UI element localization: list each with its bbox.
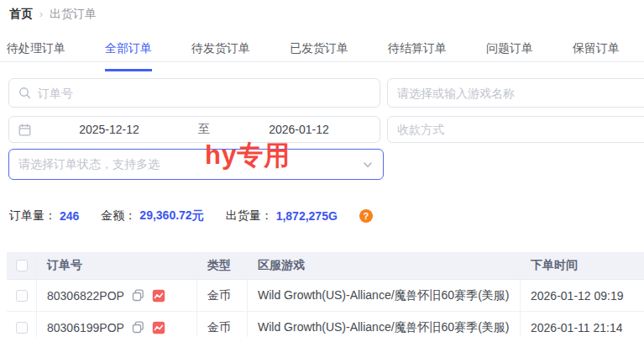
table-body: 80306822POP 金币 Wild Growth(US)-Alliance/… [7,280,644,337]
payment-method-input[interactable] [397,123,644,136]
table-row: 80306199POP 金币 Wild Growth(US)-Alliance/… [7,312,644,337]
order-count-value: 246 [60,209,79,223]
copy-icon[interactable] [132,289,144,302]
price-trend-icon[interactable] [152,289,165,303]
order-no-text: 80306822POP [47,289,124,303]
row-select-cell [7,280,37,312]
order-count-label: 订单量： [9,208,56,224]
order-number-input[interactable] [38,87,370,100]
tab-shipped-orders[interactable]: 已发货订单 [290,41,348,71]
copy-icon[interactable] [132,321,144,334]
order-no-text: 80306199POP [47,321,124,334]
shipment-volume-value: 1,872,275G [276,209,338,223]
breadcrumb-home-link[interactable]: 首页 [9,7,33,22]
tab-pending-orders[interactable]: 待处理订单 [7,41,65,71]
breadcrumb: 首页 › 出货订单 [9,7,97,22]
game-name-select-field[interactable] [387,78,644,108]
amount-value: 29,360.72元 [139,208,203,224]
orders-table: 订单号 类型 区服游戏 下单时间 80306822POP 金币 Wild Gro… [7,252,644,337]
select-all-cell [7,252,37,280]
tab-to-settle-orders[interactable]: 待结算订单 [388,41,447,71]
tab-held-orders[interactable]: 保留订单 [573,41,620,71]
type-cell: 金币 [197,312,248,337]
order-count-stat: 订单量： 246 [9,208,79,224]
order-status-tabs: 待处理订单 全部订单 待发货订单 已发货订单 待结算订单 问题订单 保留订单 [7,41,644,71]
header-time: 下单时间 [521,252,644,280]
header-game: 区服游戏 [248,252,521,280]
header-type: 类型 [197,252,248,280]
date-range-end[interactable]: 2026-01-12 [228,123,370,136]
shipment-volume-stat: 出货量： 1,872,275G [226,208,338,224]
breadcrumb-separator-icon: › [39,8,43,20]
game-name-input[interactable] [397,87,644,100]
tab-all-orders[interactable]: 全部订单 [105,41,152,71]
breadcrumb-current: 出货订单 [50,7,97,22]
order-number-search-field[interactable] [8,78,380,108]
row-checkbox[interactable] [16,322,28,334]
time-cell: 2026-01-12 09:19 [521,280,644,312]
shipping-orders-page: 首页 › 出货订单 待处理订单 全部订单 待发货订单 已发货订单 待结算订单 问… [0,0,644,337]
amount-label: 金额： [101,208,136,224]
help-question-icon[interactable]: ? [359,209,373,223]
order-no-cell: 80306199POP [37,312,197,337]
order-status-multiselect[interactable]: 请选择订单状态，支持多选 [8,149,384,180]
table-header-row: 订单号 类型 区服游戏 下单时间 [7,252,644,280]
summary-stats-bar: 订单量： 246 金额： 29,360.72元 出货量： 1,872,275G … [9,208,373,224]
game-cell: Wild Growth(US)-Alliance/魔兽怀旧60赛季(美服) [248,312,521,337]
price-trend-icon[interactable] [152,321,165,334]
select-all-checkbox[interactable] [16,260,28,271]
payment-method-select-field[interactable] [387,116,644,143]
time-cell: 2026-01-11 21:14 [521,312,644,337]
tab-problem-orders[interactable]: 问题订单 [486,41,533,71]
hy-annotation-text: hy专用 [205,138,291,173]
chevron-down-icon [362,159,374,171]
row-select-cell [7,312,37,337]
order-no-cell: 80306822POP [37,280,197,312]
type-cell: 金币 [197,280,248,312]
tabs-divider [0,61,644,62]
amount-stat: 金额： 29,360.72元 [101,208,203,224]
shipment-volume-label: 出货量： [226,208,273,224]
date-range-picker[interactable]: 2025-12-12 至 2026-01-12 [8,116,380,143]
order-status-placeholder: 请选择订单状态，支持多选 [18,157,160,172]
date-range-separator: 至 [187,122,221,137]
search-icon [18,87,31,99]
row-checkbox[interactable] [16,290,28,302]
calendar-icon [18,124,31,136]
tab-to-ship-orders[interactable]: 待发货订单 [191,41,250,71]
date-range-start[interactable]: 2025-12-12 [38,123,181,136]
table-row: 80306822POP 金币 Wild Growth(US)-Alliance/… [7,280,644,312]
header-order-no: 订单号 [37,252,197,280]
game-cell: Wild Growth(US)-Alliance/魔兽怀旧60赛季(美服) [248,280,521,312]
